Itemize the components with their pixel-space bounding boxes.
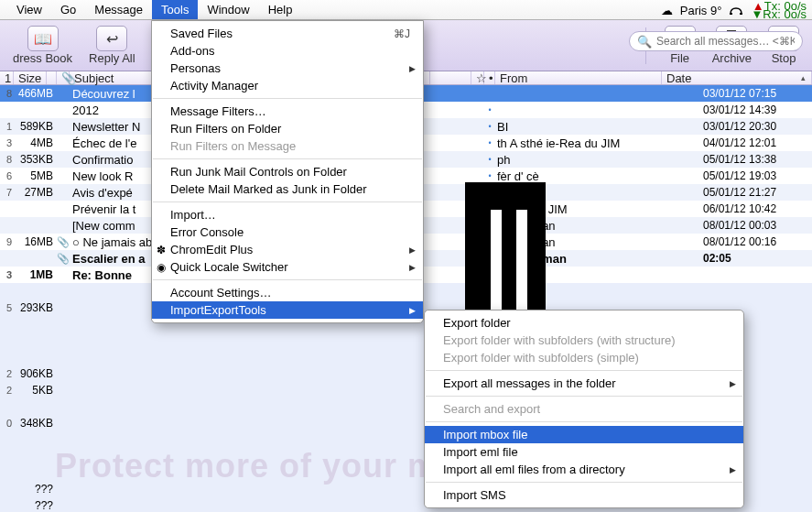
- row-date: 06/01/12 10:42: [700, 202, 812, 215]
- menu-item-import-eml-file[interactable]: Import eml file: [425, 443, 743, 461]
- toolbar-dress-book-button[interactable]: 📖dress Book: [13, 26, 72, 65]
- menu-item-quick-locale-switcher[interactable]: ◉Quick Locale Switcher: [152, 258, 423, 276]
- menu-item-label: Import eml file: [443, 445, 518, 459]
- menu-item-label: Activity Manager: [170, 79, 258, 93]
- menu-item-label: Saved Files: [170, 27, 233, 40]
- menu-item-export-folder[interactable]: Export folder: [425, 314, 743, 332]
- row-date: 08/01/12 00:16: [700, 235, 812, 248]
- menu-view[interactable]: View: [7, 0, 51, 19]
- col-date[interactable]: Date: [662, 71, 812, 84]
- menu-item-import-mbox-file[interactable]: Import mbox file: [425, 426, 743, 443]
- col-gap: [430, 71, 471, 84]
- row-date: 03/01/12 14:39: [700, 103, 812, 116]
- row-index: 1: [0, 121, 14, 132]
- weather-text: Paris 9°: [680, 4, 722, 17]
- menu-item-label: Run Junk Mail Controls on Folder: [170, 165, 347, 179]
- menu-message[interactable]: Message: [85, 0, 152, 19]
- status-area: ☁ Paris 9° ▲Tx: 0o/s ▼Rx: 0o/s: [661, 0, 807, 20]
- row-size: 5KB: [14, 384, 57, 397]
- menu-separator: [426, 421, 742, 422]
- col-from[interactable]: From: [495, 71, 662, 84]
- menu-item-label: Search and export: [443, 402, 540, 416]
- search-box[interactable]: 🔍: [629, 31, 803, 51]
- menu-item-activity-manager[interactable]: Activity Manager: [152, 77, 423, 94]
- menu-item-label: Personas: [170, 61, 221, 75]
- menu-help[interactable]: Help: [259, 0, 302, 19]
- row-index: 0: [0, 418, 14, 429]
- row-from: BI: [495, 120, 700, 134]
- menu-item-label: Import…: [170, 208, 216, 222]
- row-size: 353KB: [14, 153, 57, 166]
- menu-separator: [426, 370, 742, 371]
- row-index: 9: [0, 236, 14, 247]
- menu-item-error-console[interactable]: Error Console: [152, 223, 423, 241]
- menu-item-export-all-messages-in-the-folder[interactable]: Export all messages in the folder: [425, 375, 743, 392]
- menu-item-account-settings[interactable]: Account Settings…: [152, 284, 423, 301]
- toolbar-label: dress Book: [13, 51, 72, 65]
- menu-item-chromedit-plus[interactable]: ✽ChromEdit Plus: [152, 241, 423, 258]
- menu-tools[interactable]: Tools: [152, 0, 198, 19]
- menu-item-label: Run Filters on Message: [170, 139, 296, 153]
- menu-item-import-all-eml-files-from-a-directory[interactable]: Import all eml files from a directory: [425, 461, 743, 478]
- menu-item-label: Account Settings…: [170, 286, 272, 300]
- row-size: 16MB: [14, 235, 57, 248]
- row-date: 05/01/12 13:38: [700, 153, 812, 166]
- menu-separator: [426, 482, 742, 483]
- row-size: 293KB: [14, 301, 57, 314]
- row-dot: •: [484, 171, 495, 180]
- col-dot[interactable]: •: [484, 71, 495, 84]
- attachment-icon: 📎: [57, 236, 70, 248]
- toolbar-icon: ↩︎: [96, 26, 127, 51]
- menu-item-run-junk-mail-controls-on-folder[interactable]: Run Junk Mail Controls on Folder: [152, 163, 423, 180]
- svg-rect-0: [730, 13, 732, 15]
- menu-separator: [153, 279, 422, 280]
- row-size: 27MB: [14, 186, 57, 199]
- menu-item-saved-files[interactable]: Saved Files⌘J: [152, 25, 423, 42]
- menu-item-label: Export all messages in the folder: [443, 376, 616, 390]
- col-size[interactable]: Size: [14, 71, 47, 84]
- row-dot: •: [484, 138, 495, 147]
- col-flag[interactable]: [47, 71, 57, 84]
- svg-rect-1: [740, 13, 742, 15]
- row-index: 2: [0, 385, 14, 396]
- toolbar-reply-all-button[interactable]: ↩︎Reply All: [89, 26, 135, 65]
- menu-go[interactable]: Go: [51, 0, 85, 19]
- menu-bar: ViewGoMessageToolsWindowHelp ☁ Paris 9° …: [0, 0, 812, 20]
- row-from: th A sthé ie-Rea du JIM: [495, 136, 700, 150]
- row-size: 1MB: [14, 268, 57, 281]
- menu-window[interactable]: Window: [198, 0, 258, 19]
- col-star[interactable]: ☆: [471, 71, 484, 84]
- import-export-submenu: Export folderExport folder with subfolde…: [424, 310, 744, 508]
- menu-item-importexporttools[interactable]: ImportExportTools: [152, 301, 423, 319]
- menu-item-label: Delete Mail Marked as Junk in Folder: [170, 182, 367, 196]
- menu-item-label: Import mbox file: [443, 428, 527, 441]
- menu-item-icon: ◉: [155, 261, 168, 274]
- menu-item-run-filters-on-folder[interactable]: Run Filters on Folder: [152, 120, 423, 137]
- row-index: 7: [0, 187, 14, 198]
- row-size: 348KB: [14, 417, 57, 430]
- menu-item-add-ons[interactable]: Add-ons: [152, 42, 423, 60]
- toolbar-label: Archive: [712, 51, 752, 65]
- network-rates: ▲Tx: 0o/s ▼Rx: 0o/s: [751, 2, 807, 18]
- col-attachment[interactable]: 📎: [57, 71, 70, 84]
- menu-item-icon: ✽: [155, 244, 168, 256]
- menu-item-personas[interactable]: Personas: [152, 60, 423, 77]
- col-index[interactable]: 1: [0, 71, 14, 84]
- toolbar-icon: 📖: [27, 26, 59, 51]
- row-index: 8: [0, 88, 14, 99]
- menu-separator: [153, 98, 422, 99]
- row-from: ph: [495, 153, 700, 167]
- menu-item-delete-mail-marked-as-junk-in-folder[interactable]: Delete Mail Marked as Junk in Folder: [152, 180, 423, 198]
- row-dot: •: [484, 155, 495, 164]
- row-dot: •: [484, 122, 495, 131]
- row-index: 3: [0, 137, 14, 148]
- row-date: 03/01/12 07:15: [700, 87, 812, 100]
- search-input[interactable]: [656, 35, 795, 48]
- menu-item-label: Error Console: [170, 225, 244, 239]
- menu-item-import[interactable]: Import…: [152, 206, 423, 223]
- menu-item-import-sms[interactable]: Import SMS: [425, 486, 743, 504]
- menu-item-label: ImportExportTools: [170, 303, 266, 317]
- menu-shortcut: ⌘J: [394, 27, 410, 40]
- row-size: 906KB: [14, 367, 57, 380]
- menu-item-message-filters[interactable]: Message Filters…: [152, 103, 423, 120]
